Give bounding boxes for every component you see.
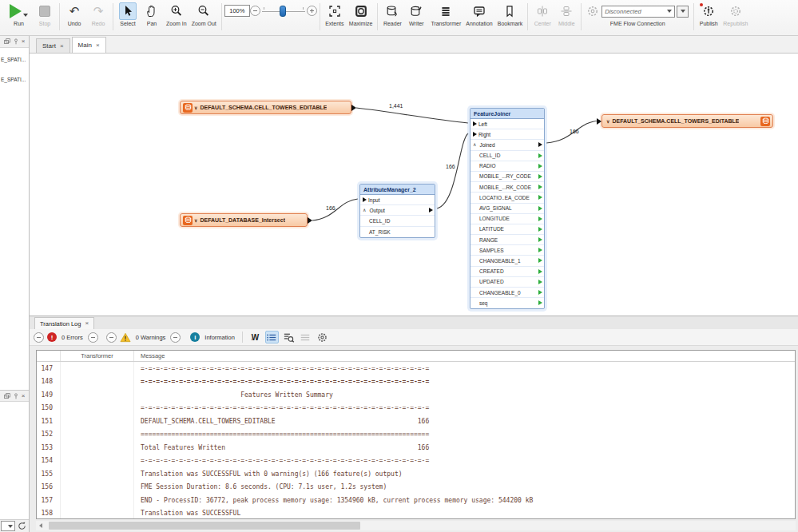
zoom-slider[interactable] xyxy=(260,3,307,19)
zoom-level-input[interactable]: 100% xyxy=(224,5,250,17)
input-port-icon[interactable] xyxy=(597,118,601,125)
prev-error-button[interactable] xyxy=(34,332,44,343)
port-row-left[interactable]: Left xyxy=(470,119,544,129)
attribute-row[interactable]: LATITUDE xyxy=(470,224,544,235)
collapse-chevron-icon[interactable] xyxy=(363,205,366,216)
attribute-row[interactable]: UPDATED xyxy=(470,277,544,288)
log-row[interactable]: 148=-=-=-=-=-=-=-=-=-=-=-=-=-=-=-=-=-=-=… xyxy=(37,375,795,389)
log-row[interactable]: 158Translation was SUCCESSFUL xyxy=(37,507,795,520)
attribute-row[interactable]: seq xyxy=(470,298,544,308)
stop-button[interactable]: Stop xyxy=(35,2,54,26)
scroll-left-icon[interactable] xyxy=(36,521,46,530)
extents-button[interactable]: Extents xyxy=(325,2,344,26)
show-log-list-button[interactable] xyxy=(265,331,279,343)
pin-icon[interactable] xyxy=(13,393,19,399)
align-center-button[interactable]: Center xyxy=(533,2,552,26)
tab-start[interactable]: Start xyxy=(36,38,70,53)
redo-button[interactable]: Redo xyxy=(89,2,108,26)
log-row[interactable]: 154=-=-=-=-=-=-=-=-=-=-=-=-=-=-=-=-=-=-=… xyxy=(37,455,795,468)
attribute-row[interactable]: MOBILE_...RY_CODE xyxy=(470,172,544,182)
attribute-row[interactable]: CHANGEABLE_1 xyxy=(470,256,544,266)
pan-tool-button[interactable]: Pan xyxy=(142,2,161,26)
publish-button[interactable]: Publish xyxy=(699,2,718,26)
transformer-column-header[interactable]: Transformer xyxy=(61,351,134,361)
zoom-slider-handle[interactable] xyxy=(280,6,286,17)
annotation-button[interactable]: Annotation xyxy=(466,2,492,26)
port-row-right[interactable]: Right xyxy=(470,129,544,140)
republish-button[interactable]: Republish xyxy=(723,2,748,26)
port-row-joined[interactable]: Joined xyxy=(470,140,544,150)
attribute-row[interactable]: CELL_ID xyxy=(360,216,435,226)
attribute-row[interactable]: CHANGEABLE_0 xyxy=(470,288,544,298)
attribute-row[interactable]: MOBILE_...RK_CODE xyxy=(470,182,544,193)
scrollbar-thumb[interactable] xyxy=(49,522,360,530)
close-icon[interactable] xyxy=(60,43,64,50)
bookmark-button[interactable]: Bookmark xyxy=(498,2,523,26)
log-row[interactable]: 155Translation was SUCCESSFUL with 0 war… xyxy=(37,467,795,481)
collapse-chevron-icon[interactable] xyxy=(473,140,476,150)
prev-warning-button[interactable] xyxy=(106,332,117,343)
flow-connection-menu-button[interactable] xyxy=(677,6,689,18)
log-row[interactable]: 150=-=-=-=-=-=-=-=-=-=-=-=-=-=-=-=-=-=-=… xyxy=(37,402,795,415)
attribute-row[interactable]: AT_RISK xyxy=(360,227,435,237)
sidebar-item[interactable]: E_SPATI... xyxy=(0,56,29,63)
reader-button[interactable]: Reader xyxy=(383,2,402,26)
sidebar-dropdown[interactable] xyxy=(1,521,15,531)
close-icon[interactable] xyxy=(22,393,26,399)
attribute-row[interactable]: RANGE xyxy=(470,235,544,245)
workflow-canvas[interactable]: 1,441 166 166 166 DEFAULT_SCHEMA.CELL_TO… xyxy=(30,54,798,316)
zoom-decrease-button[interactable] xyxy=(250,6,260,16)
log-row[interactable]: 147=-=-=-=-=-=-=-=-=-=-=-=-=-=-=-=-=-=-=… xyxy=(37,362,795,375)
maximize-button[interactable]: Maximize xyxy=(349,2,373,26)
output-port-icon[interactable] xyxy=(351,105,356,111)
close-icon[interactable] xyxy=(22,38,26,45)
float-window-icon[interactable] xyxy=(4,393,10,399)
log-row[interactable]: 151DEFAULT_SCHEMA.CELL_TOWERS_EDITABLE 1… xyxy=(37,415,795,428)
attribute-row[interactable]: AVG_SIGNAL xyxy=(470,204,544,214)
pin-icon[interactable] xyxy=(13,38,19,45)
close-icon[interactable] xyxy=(96,42,100,49)
next-warning-button[interactable] xyxy=(170,332,181,343)
next-error-button[interactable] xyxy=(88,332,98,343)
reader-node-database-intersect[interactable]: DEFAULT_DATABASE_Intersect xyxy=(180,213,308,227)
collapse-chevron-icon[interactable] xyxy=(606,118,609,124)
attribute-row[interactable]: CREATED xyxy=(470,267,544,277)
transformer-button[interactable]: Transformer xyxy=(431,2,461,26)
log-row[interactable]: 153Total Features Written 166 xyxy=(37,441,795,455)
sidebar-item[interactable]: E_SPATI... xyxy=(0,76,29,83)
attribute-row[interactable]: SAMPLES xyxy=(470,245,544,256)
feature-joiner-node[interactable]: FeatureJoiner Left Right Joined CELL_ID … xyxy=(470,108,545,309)
collapse-chevron-icon[interactable] xyxy=(194,105,197,110)
collapse-log-button[interactable] xyxy=(299,331,312,343)
tab-main[interactable]: Main xyxy=(72,37,106,53)
log-table[interactable]: Transformer Message 147=-=-=-=-=-=-=-=-=… xyxy=(36,350,796,519)
zoom-out-button[interactable]: Zoom Out xyxy=(192,2,216,26)
zoom-in-button[interactable]: Zoom In xyxy=(166,2,187,26)
find-in-log-button[interactable] xyxy=(282,331,296,343)
word-wrap-button[interactable] xyxy=(248,331,262,343)
collapse-chevron-icon[interactable] xyxy=(194,217,197,223)
attribute-manager-node[interactable]: AttributeManager_2 Input Output CELL_ID … xyxy=(359,184,435,238)
refresh-icon[interactable] xyxy=(17,521,27,531)
run-button[interactable]: Run xyxy=(7,2,30,26)
message-column-header[interactable]: Message xyxy=(134,352,795,359)
port-row-output[interactable]: Output xyxy=(360,205,435,216)
float-window-icon[interactable] xyxy=(4,38,10,45)
flow-connection-select[interactable]: Disconnected xyxy=(601,6,675,18)
align-middle-button[interactable]: Middle xyxy=(557,2,576,26)
undo-button[interactable]: Undo xyxy=(65,2,84,26)
writer-button[interactable]: Writer xyxy=(407,2,426,26)
log-row[interactable]: 149 Features Written Summary xyxy=(37,388,795,402)
log-settings-gear-icon[interactable] xyxy=(316,331,329,343)
zoom-increase-button[interactable] xyxy=(307,6,317,16)
log-row[interactable]: 157END - ProcessID: 36772, peak process … xyxy=(37,494,795,507)
attribute-row[interactable]: RADIO xyxy=(470,161,544,172)
select-tool-button[interactable]: Select xyxy=(118,2,137,26)
attribute-row[interactable]: LONGITUDE xyxy=(470,214,544,224)
log-horizontal-scrollbar[interactable] xyxy=(36,521,796,530)
writer-node-cell-towers[interactable]: DEFAULT_SCHEMA.CELL_TOWERS_EDITABLE xyxy=(601,114,773,128)
output-port-icon[interactable] xyxy=(308,217,312,224)
log-row[interactable]: 156FME Session Duration: 8.6 seconds. (C… xyxy=(37,481,795,494)
port-row-input[interactable]: Input xyxy=(360,195,435,205)
attribute-row[interactable]: LOCATIO..EA_CODE xyxy=(470,193,544,203)
